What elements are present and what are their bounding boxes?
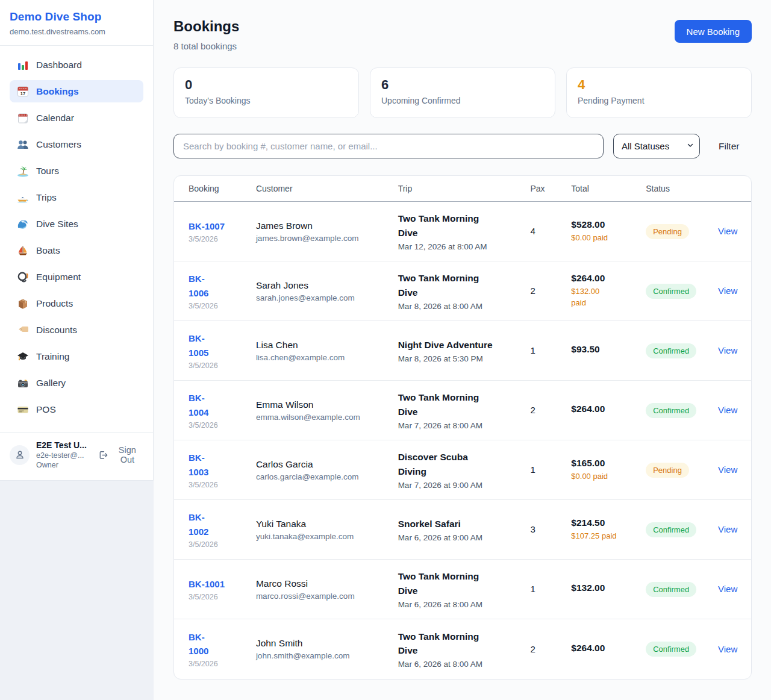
- customer-email: carlos.garcia@example.com: [256, 472, 391, 481]
- trip-name: Discover Scuba Diving: [398, 450, 523, 478]
- sidebar-item-label: Trips: [36, 192, 57, 203]
- stat-value: 0: [185, 77, 348, 93]
- customer-email: james.brown@example.com: [256, 234, 391, 243]
- sidebar-item-products[interactable]: Products: [10, 292, 143, 314]
- sidebar-item-dashboard[interactable]: Dashboard: [10, 54, 143, 76]
- view-link[interactable]: View: [718, 286, 737, 296]
- trip-time: Mar 7, 2026 at 8:00 AM: [398, 421, 523, 430]
- sidebar-item-training[interactable]: Training: [10, 345, 143, 367]
- paid-amount: $132.00 paid: [571, 286, 640, 309]
- status-badge: Confirmed: [646, 642, 696, 657]
- sidebar-item-pos[interactable]: POS: [10, 398, 143, 420]
- pax-count: 2: [530, 286, 535, 296]
- app-window: Demo Dive Shop demo.test.divestreams.com…: [0, 0, 771, 700]
- customer-name: John Smith: [256, 638, 391, 649]
- person-icon: [14, 449, 25, 460]
- brand-block[interactable]: Demo Dive Shop demo.test.divestreams.com: [0, 0, 153, 46]
- column-header-status: Status: [646, 184, 718, 193]
- sidebar-item-boats[interactable]: Boats: [10, 239, 143, 261]
- sidebar-item-equipment[interactable]: Equipment: [10, 266, 143, 288]
- trip-name: Two Tank Morning Dive: [398, 630, 523, 658]
- booking-id-link[interactable]: BK- 1006: [189, 272, 256, 300]
- table-row: BK-1001 3/5/2026 Marco Rossi marco.rossi…: [174, 560, 751, 619]
- pax-count: 4: [530, 226, 535, 236]
- stats-row: 0 Today's Bookings 6 Upcoming Confirmed …: [173, 67, 752, 118]
- calendar-17-icon: 17: [17, 86, 29, 98]
- table-row: BK- 1005 3/5/2026 Lisa Chen lisa.chen@ex…: [174, 321, 751, 381]
- stat-label: Upcoming Confirmed: [381, 96, 544, 105]
- booking-id-link[interactable]: BK- 1005: [189, 331, 256, 360]
- customer-name: Emma Wilson: [256, 399, 391, 410]
- booking-id-link[interactable]: BK- 1002: [189, 510, 256, 539]
- sidebar-item-tours[interactable]: Tours: [10, 160, 143, 182]
- customer-name: Lisa Chen: [256, 340, 391, 351]
- user-section: E2E Test U... e2e-tester@... Owner Sign …: [0, 432, 153, 477]
- booking-date: 3/5/2026: [189, 481, 256, 489]
- paid-amount: $0.00 paid: [571, 233, 640, 244]
- view-link[interactable]: View: [718, 524, 737, 534]
- status-badge: Confirmed: [646, 522, 696, 537]
- view-link[interactable]: View: [718, 405, 737, 415]
- trip-time: Mar 8, 2026 at 8:00 AM: [398, 302, 523, 311]
- status-badge: Confirmed: [646, 582, 696, 597]
- table-row: BK-1007 3/5/2026 James Brown james.brown…: [174, 202, 751, 261]
- desert-island-icon: [17, 165, 29, 177]
- sidebar-item-dive-sites[interactable]: Dive Sites: [10, 213, 143, 235]
- tear-off-calendar-icon: [17, 112, 29, 124]
- total-amount: $264.00: [571, 404, 640, 414]
- status-badge: Confirmed: [646, 403, 696, 418]
- tag-icon: [17, 324, 29, 336]
- filter-button[interactable]: Filter: [719, 141, 739, 152]
- sidebar-item-customers[interactable]: Customers: [10, 133, 143, 155]
- paid-amount: $0.00 paid: [571, 471, 640, 483]
- sidebar-item-discounts[interactable]: Discounts: [10, 319, 143, 341]
- stat-card-upcoming-confirmed: 6 Upcoming Confirmed: [370, 67, 555, 118]
- pax-count: 2: [530, 644, 535, 654]
- people-icon: [17, 139, 29, 151]
- customer-name: Yuki Tanaka: [256, 519, 391, 530]
- sidebar-item-label: Dive Sites: [36, 219, 78, 230]
- total-amount: $214.50: [571, 517, 640, 528]
- search-input[interactable]: [173, 134, 604, 158]
- sidebar-item-gallery[interactable]: Gallery: [10, 372, 143, 394]
- avatar: [10, 445, 30, 465]
- total-amount: $264.00: [571, 643, 640, 654]
- booking-id-link[interactable]: BK- 1000: [189, 630, 256, 658]
- stat-label: Today's Bookings: [185, 96, 348, 105]
- trip-time: Mar 12, 2026 at 8:00 AM: [398, 242, 523, 251]
- pax-count: 1: [530, 464, 535, 475]
- sidebar-item-label: Customers: [36, 139, 81, 150]
- pax-count: 1: [530, 584, 535, 594]
- sidebar-item-bookings[interactable]: 17 Bookings: [10, 80, 143, 102]
- package-icon: [17, 298, 29, 310]
- table-header-row: Booking Customer Trip Pax Total Status: [174, 176, 751, 202]
- booking-id-link[interactable]: BK-1001: [189, 577, 256, 591]
- trip-name: Snorkel Safari: [398, 517, 523, 531]
- sidebar-item-label: Training: [36, 351, 69, 362]
- view-link[interactable]: View: [718, 644, 737, 654]
- view-link[interactable]: View: [718, 226, 737, 236]
- trip-name: Two Tank Morning Dive: [398, 271, 523, 299]
- booking-id-link[interactable]: BK- 1003: [189, 451, 256, 479]
- sign-out-button[interactable]: Sign Out: [98, 445, 143, 464]
- booking-id-link[interactable]: BK-1007: [189, 219, 256, 233]
- column-header-customer: Customer: [256, 184, 398, 193]
- total-amount: $132.00: [571, 583, 640, 593]
- sidebar-item-calendar[interactable]: Calendar: [10, 107, 143, 129]
- sidebar-item-label: Equipment: [36, 272, 81, 283]
- status-filter-select[interactable]: All Statuses: [613, 134, 700, 158]
- view-link[interactable]: View: [718, 584, 737, 594]
- customer-email: marco.rossi@example.com: [256, 592, 391, 601]
- booking-id-link[interactable]: BK- 1004: [189, 391, 256, 419]
- customer-email: sarah.jones@example.com: [256, 293, 391, 302]
- booking-date: 3/5/2026: [189, 540, 256, 549]
- view-link[interactable]: View: [718, 464, 737, 475]
- total-amount: $528.00: [571, 219, 640, 230]
- sidebar-item-label: Gallery: [36, 378, 66, 389]
- sidebar-item-trips[interactable]: Trips: [10, 186, 143, 208]
- credit-card-icon: [17, 404, 29, 416]
- trip-time: Mar 6, 2026 at 8:00 AM: [398, 660, 523, 669]
- table-row: BK- 1006 3/5/2026 Sarah Jones sarah.jone…: [174, 261, 751, 321]
- new-booking-button[interactable]: New Booking: [675, 20, 752, 43]
- view-link[interactable]: View: [718, 345, 737, 355]
